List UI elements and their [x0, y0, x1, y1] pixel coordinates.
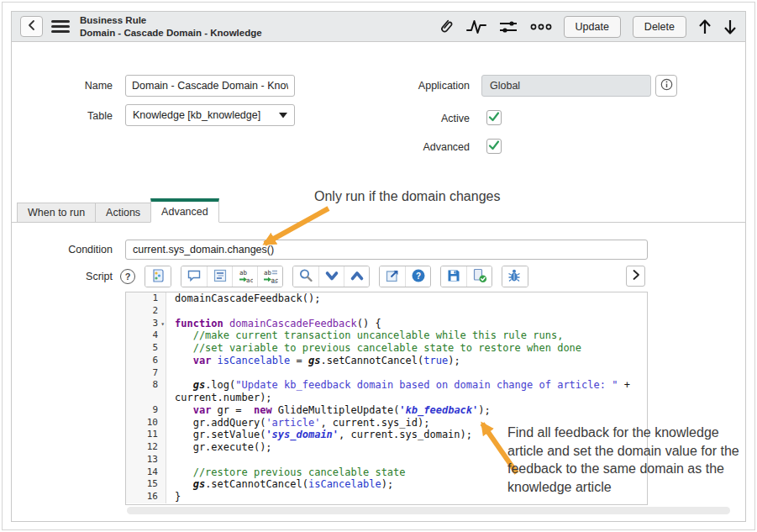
code-text: }	[166, 491, 181, 503]
horizontal-scrollbar[interactable]	[127, 507, 730, 514]
code-text: //make current transaction uncancelable …	[166, 329, 563, 342]
condition-input[interactable]	[125, 240, 648, 260]
syntax-check-button[interactable]	[466, 266, 492, 287]
application-info-button[interactable]	[655, 75, 677, 97]
checkmark-icon	[488, 139, 500, 154]
advanced-checkbox[interactable]	[486, 139, 502, 154]
syntax-check-icon	[472, 268, 487, 286]
table-label: Table	[12, 110, 113, 122]
toggle-comment-button[interactable]	[181, 266, 207, 287]
active-checkbox[interactable]	[486, 110, 502, 125]
svg-text:?: ?	[415, 271, 420, 280]
help-icon: ?	[411, 268, 426, 286]
replace-icon: abac	[238, 268, 253, 286]
search-button[interactable]	[293, 266, 318, 287]
tab-actions[interactable]: Actions	[95, 203, 151, 223]
code-text: gr.execute();	[166, 441, 272, 454]
code-line[interactable]: 2	[126, 305, 647, 318]
advanced-label: Advanced	[264, 141, 470, 153]
attachment-icon[interactable]	[438, 18, 455, 36]
replace-all-icon: abac	[263, 268, 278, 286]
table-select-value: Knowledge [kb_knowledge]	[133, 109, 260, 121]
personalize-icon[interactable]	[498, 18, 518, 35]
next-record-icon[interactable]	[723, 18, 737, 35]
tab-advanced[interactable]: Advanced	[150, 198, 219, 223]
delete-button[interactable]: Delete	[633, 16, 686, 38]
record-title: Business Rule Domain - Cascade Domain - …	[80, 14, 262, 39]
debug-button[interactable]	[502, 266, 528, 287]
line-number: 12	[126, 441, 166, 454]
format-code-icon	[213, 268, 228, 286]
code-text: current.number);	[166, 392, 272, 404]
back-button[interactable]	[20, 16, 43, 37]
code-text: var gr = new GlideMultipleUpdate('kb_fee…	[166, 404, 491, 417]
code-text: //restore previous cancelable state	[166, 466, 406, 479]
line-number: 3▾	[126, 318, 166, 330]
code-text: gs.setCannotCancel(isCancelable);	[166, 478, 393, 491]
script-label: Script	[12, 271, 113, 282]
code-line[interactable]: 4 //make current transaction uncancelabl…	[126, 329, 647, 342]
line-number	[126, 392, 166, 404]
update-button[interactable]: Update	[564, 16, 621, 38]
line-number: 9	[126, 404, 166, 417]
svg-text:ac: ac	[271, 276, 278, 283]
script-syntax-editor-icon	[150, 268, 166, 286]
open-standalone-icon	[385, 268, 400, 286]
line-number: 10	[126, 417, 166, 429]
active-label: Active	[264, 113, 470, 124]
code-text: gs.log("Update kb_feedback domain based …	[166, 379, 630, 392]
info-icon	[660, 78, 673, 93]
open-standalone-button[interactable]	[380, 266, 405, 287]
field-help-icon[interactable]: ?	[120, 269, 135, 284]
format-code-button[interactable]	[207, 266, 232, 287]
find-previous-button[interactable]	[344, 266, 369, 287]
context-menu-icon[interactable]	[51, 20, 70, 33]
save-icon	[446, 268, 461, 286]
toolbar-group	[502, 266, 528, 287]
save-button[interactable]	[441, 266, 466, 287]
script-syntax-editor-button[interactable]	[145, 266, 171, 287]
code-line[interactable]: 9 var gr = new GlideMultipleUpdate('kb_f…	[126, 404, 647, 417]
line-number: 4	[126, 329, 166, 342]
line-number: 5	[126, 342, 166, 355]
code-line[interactable]: 7	[126, 367, 647, 380]
script-toolbar: ? abacabac?	[120, 266, 528, 287]
tab-when-to-run[interactable]: When to run	[17, 203, 96, 223]
name-label: Name	[12, 80, 113, 92]
code-line[interactable]: 1domainCascadeFeedback();	[126, 292, 647, 305]
line-number: 8	[126, 379, 166, 392]
help-button[interactable]: ?	[405, 266, 430, 287]
application-field: Global	[481, 75, 651, 97]
code-line[interactable]: 5 //set variable to previous cancelable …	[126, 342, 647, 355]
code-text	[166, 305, 175, 318]
line-number: 14	[126, 466, 166, 479]
replace-button[interactable]: abac	[232, 266, 257, 287]
back-icon	[27, 19, 37, 34]
toolbar-group	[440, 266, 492, 287]
condition-annotation: Only run if the domain changes	[314, 189, 533, 204]
replace-all-button[interactable]: abac	[257, 266, 282, 287]
code-line[interactable]: 6 var isCancelable = gs.setCannotCancel(…	[126, 355, 647, 367]
activity-stream-icon[interactable]	[466, 18, 486, 35]
more-options-icon[interactable]	[530, 23, 552, 31]
find-next-button[interactable]	[318, 266, 344, 287]
fold-arrow-icon[interactable]: ▾	[160, 319, 165, 331]
code-line[interactable]: 8 gs.log("Update kb_feedback domain base…	[126, 379, 647, 392]
code-line[interactable]: current.number);	[126, 392, 647, 404]
code-text: function domainCascadeFeedback() {	[166, 318, 381, 330]
condition-label: Condition	[12, 244, 113, 255]
code-text	[166, 454, 175, 466]
code-line[interactable]: 3▾function domainCascadeFeedback() {	[126, 318, 647, 330]
code-text: //set variable to previous cancelable st…	[166, 342, 581, 355]
code-text: gr.setValue('sys_domain', current.sys_do…	[166, 429, 472, 441]
line-number: 2	[126, 305, 166, 318]
line-number: 16	[126, 491, 166, 503]
line-number: 6	[126, 355, 166, 367]
form-header: Business Rule Domain - Cascade Domain - …	[12, 12, 745, 42]
line-number: 15	[126, 478, 166, 491]
checkmark-icon	[488, 110, 500, 125]
expand-script-button[interactable]	[626, 266, 645, 287]
script-annotation: Find all feedback for the knowledge arti…	[507, 424, 739, 496]
previous-record-icon[interactable]	[698, 18, 712, 35]
svg-text:ac: ac	[246, 276, 253, 283]
